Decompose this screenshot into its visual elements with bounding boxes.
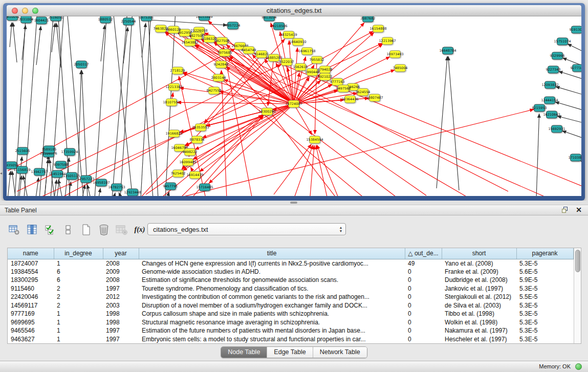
graph-node[interactable]: 9777163 (330, 78, 345, 85)
graph-node[interactable]: 7463822 (154, 25, 168, 32)
citation-edge-red[interactable] (37, 43, 382, 196)
graph-node[interactable]: 2803144 (211, 74, 226, 81)
table-row[interactable]: 946554611997Estimation of the future num… (8, 326, 573, 335)
citation-edge-black[interactable] (580, 161, 581, 170)
delete-column-icon[interactable] (98, 224, 110, 236)
citation-edge-black[interactable] (113, 16, 133, 196)
graph-node[interactable]: 12093832 (541, 81, 558, 89)
table-cell[interactable]: 19384554 (8, 268, 54, 276)
zoom-window-button[interactable] (32, 8, 38, 14)
graph-node[interactable]: 8878334 (190, 136, 205, 143)
graph-node[interactable]: 7857224 (226, 22, 241, 29)
select-all-icon[interactable] (44, 224, 56, 236)
citation-edge-black[interactable] (88, 185, 92, 196)
table-cell[interactable]: 5.9E-5 (516, 276, 573, 285)
function-builder-icon[interactable]: f(x) (134, 224, 146, 236)
table-row[interactable]: 946362711997Embryonic stem cells: a mode… (8, 335, 573, 344)
table-cell[interactable]: 0 (405, 285, 442, 293)
graph-node[interactable]: 2718129 (170, 67, 185, 74)
graph-node[interactable]: 2610051 (7, 16, 19, 20)
show-columns-icon[interactable] (26, 224, 38, 236)
table-cell[interactable]: 0 (405, 310, 442, 318)
citation-edge-black[interactable] (556, 86, 581, 98)
graph-node[interactable]: 9457791 (163, 183, 178, 190)
citation-edge-red[interactable] (294, 104, 312, 135)
table-cell[interactable]: 1 (54, 326, 103, 335)
citation-edge-black[interactable] (143, 19, 227, 25)
graph-node[interactable]: 18640910 (289, 38, 306, 46)
graph-node[interactable]: 8427552 (207, 87, 222, 94)
table-cell[interactable]: de Silva et al. (2003) (442, 301, 516, 310)
table-cell[interactable]: Disruption of a novel member of a sodium… (139, 301, 405, 310)
graph-node[interactable]: 8215953 (532, 104, 547, 112)
graph-node[interactable]: 2050317 (74, 61, 89, 68)
table-cell[interactable]: Corpus callosum shape and size in male p… (139, 310, 405, 318)
graph-node[interactable]: 9191304 (570, 26, 581, 33)
table-cell[interactable]: 0 (405, 326, 442, 335)
graph-node[interactable]: 15384594 (306, 136, 323, 143)
column-header-title[interactable]: title (139, 248, 405, 259)
citation-edge-black[interactable] (148, 16, 158, 196)
row-controls-icon[interactable] (62, 224, 74, 236)
tab-edge-table[interactable]: Edge Table (267, 347, 313, 358)
table-cell[interactable]: 0 (405, 268, 442, 276)
citation-edge-red[interactable] (316, 145, 328, 196)
split-grip[interactable] (290, 202, 297, 204)
citation-edge-black[interactable] (119, 192, 123, 196)
table-cell[interactable]: 1 (54, 318, 103, 327)
table-cell[interactable]: 1 (54, 259, 103, 268)
graph-node[interactable]: 16961758 (298, 48, 315, 55)
table-cell[interactable]: 9115460 (8, 285, 54, 293)
graph-node[interactable]: 13942757 (31, 168, 48, 176)
graph-node[interactable]: 2087682 (361, 16, 376, 22)
graph-node[interactable]: 18325419 (280, 31, 297, 38)
table-cell[interactable]: 0 (405, 335, 442, 344)
table-row[interactable]: 911546021997Tourette syndrome. Phenomeno… (8, 285, 573, 293)
graph-node[interactable]: 15751074 (554, 38, 571, 45)
graph-node[interactable]: 8660128 (166, 26, 181, 33)
graph-node[interactable]: 3624554 (356, 89, 371, 96)
table-cell[interactable]: Genome-wide association studies in ADHD. (139, 268, 405, 276)
citation-edge-black[interactable] (112, 16, 127, 196)
graph-node[interactable]: 2515605 (15, 147, 30, 155)
table-cell[interactable]: Franke et al. (2009) (442, 268, 516, 276)
graph-node[interactable]: 3975685 (217, 49, 232, 56)
scrollbar-thumb[interactable] (575, 250, 580, 272)
citation-edge-black[interactable] (10, 23, 12, 47)
close-window-button[interactable] (12, 8, 18, 14)
table-cell[interactable]: Estimation of significance thresholds fo… (139, 276, 405, 285)
new-column-icon[interactable] (80, 224, 92, 236)
table-cell[interactable]: 5.3E-5 (516, 326, 573, 335)
float-panel-icon[interactable] (561, 206, 569, 213)
graph-node[interactable]: 9397588 (54, 161, 69, 168)
node-attribute-table[interactable]: namein_degreeyeartitle△ out_de...shortpa… (8, 248, 574, 343)
graph-node[interactable]: 2516051 (49, 16, 63, 21)
table-cell[interactable]: 22420046 (8, 293, 54, 301)
citation-edge-red[interactable] (58, 31, 373, 196)
graph-node[interactable]: 16099489 (179, 159, 196, 166)
citation-edge-black[interactable] (557, 116, 581, 126)
graph-node[interactable]: 16782753 (108, 184, 125, 191)
table-cell[interactable]: Hescheler et al. (1997) (442, 335, 516, 344)
table-cell[interactable]: 18724007 (8, 259, 54, 268)
graph-node[interactable]: 16210643 (543, 111, 560, 118)
table-cell[interactable]: 6 (54, 268, 103, 276)
graph-node[interactable]: 10807487 (366, 94, 383, 101)
graph-node[interactable]: 20364436 (341, 96, 358, 103)
table-row[interactable]: 1456911722003Disruption of a novel membe… (8, 301, 573, 310)
citation-edge-black[interactable] (120, 16, 133, 196)
window-titlebar[interactable]: citations_edges.txt (7, 5, 581, 16)
table-cell[interactable]: Tibbo et al. (1998) (442, 310, 516, 318)
split-divider[interactable] (0, 201, 588, 205)
table-cell[interactable]: 5.3E-5 (516, 301, 573, 310)
table-cell[interactable]: 5.3E-5 (516, 285, 573, 293)
table-cell[interactable]: 5.3E-5 (516, 310, 573, 318)
graph-node[interactable]: 16033809 (195, 16, 212, 20)
tab-node-table[interactable]: Node Table (221, 347, 267, 358)
table-cell[interactable]: 9777169 (8, 310, 54, 318)
table-cell[interactable]: Dudbridge et al. (2008) (442, 276, 516, 285)
graph-node[interactable]: 19218506 (270, 23, 287, 30)
citation-edge-black[interactable] (142, 23, 146, 57)
graph-node[interactable]: 1604421 (34, 17, 49, 24)
table-cell[interactable]: 49 (405, 259, 442, 268)
